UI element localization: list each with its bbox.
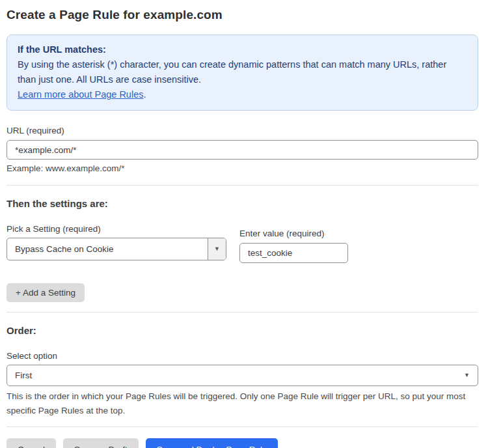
order-helper-text: This is the order in which your Page Rul… bbox=[7, 389, 475, 418]
info-box-body: By using the asterisk (*) character, you… bbox=[18, 57, 467, 102]
link-period: . bbox=[143, 89, 146, 100]
cancel-button[interactable]: Cancel bbox=[7, 438, 56, 448]
info-box-heading: If the URL matches: bbox=[18, 42, 467, 57]
setting-select[interactable]: Bypass Cache on Cookie ▼ bbox=[7, 238, 226, 260]
divider bbox=[7, 312, 478, 313]
order-select-label: Select option bbox=[7, 351, 478, 361]
footer-buttons: Cancel Save as Draft Save and Deploy Pag… bbox=[7, 438, 478, 448]
url-input[interactable] bbox=[7, 140, 478, 160]
setting-select-value: Bypass Cache on Cookie bbox=[7, 238, 208, 260]
chevron-down-icon: ▼ bbox=[214, 246, 220, 252]
save-deploy-button[interactable]: Save and Deploy Page Rule bbox=[146, 438, 278, 448]
setting-value-input[interactable] bbox=[239, 243, 348, 263]
divider bbox=[7, 185, 478, 186]
url-helper-text: Example: www.example.com/* bbox=[7, 163, 478, 173]
url-match-info-box: If the URL matches: By using the asteris… bbox=[7, 35, 478, 111]
save-draft-button[interactable]: Save as Draft bbox=[63, 438, 139, 448]
value-label: Enter value (required) bbox=[239, 229, 348, 238]
order-section-heading: Order: bbox=[7, 325, 478, 336]
settings-section-heading: Then the settings are: bbox=[7, 198, 478, 209]
info-body-text: By using the asterisk (*) character, you… bbox=[18, 59, 446, 85]
setting-select-label: Pick a Setting (required) bbox=[7, 224, 226, 234]
add-setting-button[interactable]: + Add a Setting bbox=[7, 283, 85, 302]
divider bbox=[7, 427, 478, 427]
page-rule-form: Create a Page Rule for example.com If th… bbox=[0, 0, 488, 448]
setting-select-arrow-button[interactable]: ▼ bbox=[208, 238, 226, 260]
learn-more-link[interactable]: Learn more about Page Rules bbox=[18, 89, 143, 100]
page-title: Create a Page Rule for example.com bbox=[7, 8, 478, 22]
order-select-value: First bbox=[15, 371, 464, 380]
chevron-down-icon: ▼ bbox=[464, 372, 470, 378]
setting-value-column: Enter value (required) bbox=[239, 209, 348, 263]
order-select[interactable]: First ▼ bbox=[7, 365, 478, 386]
settings-row: Pick a Setting (required) Bypass Cache o… bbox=[7, 209, 478, 263]
setting-select-column: Pick a Setting (required) Bypass Cache o… bbox=[7, 209, 226, 260]
url-label: URL (required) bbox=[7, 126, 478, 135]
